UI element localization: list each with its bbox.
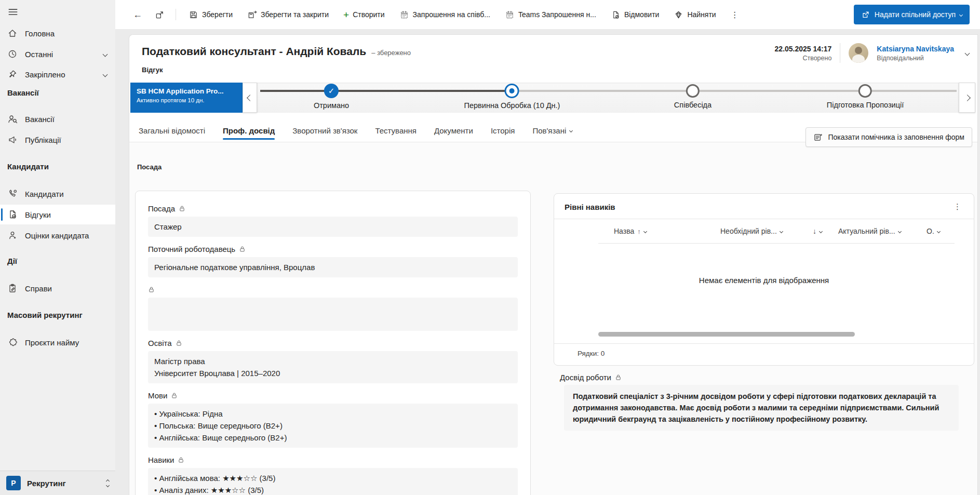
chevron-down-icon xyxy=(569,128,573,132)
sidebar-item-label: Проєкти найму xyxy=(25,338,79,347)
stage-future-icon xyxy=(686,84,700,98)
share-button[interactable]: Надати спільний доступ xyxy=(854,5,970,24)
tab-history[interactable]: Історія xyxy=(491,119,515,142)
grid-divider xyxy=(554,343,974,344)
chevron-down-icon xyxy=(959,12,963,16)
sidebar-item-label: Останні xyxy=(25,50,53,59)
form-fill-assistant-button[interactable]: Показати помічника із заповнення форм xyxy=(806,127,972,147)
save-and-close-label: Зберегти та закрити xyxy=(261,10,329,19)
column-header-arrow[interactable]: ↓ xyxy=(813,227,838,235)
megaphone-icon xyxy=(7,135,18,145)
teams-invite-label: Teams Запрошення н... xyxy=(518,10,596,19)
skill-levels-title: Рівні навиків xyxy=(565,203,615,211)
share-label: Надати спільний доступ xyxy=(875,10,956,19)
business-process-flow: SB HCM Application Pro... Активно протяг… xyxy=(129,83,977,113)
sidebar-item-pinned[interactable]: Закріплено xyxy=(0,64,115,84)
lock-icon xyxy=(239,246,246,252)
popout-icon xyxy=(155,10,165,20)
teams-invite-button[interactable]: Teams Запрошення н... xyxy=(500,5,601,24)
field-value-position[interactable]: Стажер xyxy=(148,217,518,237)
header-divider xyxy=(840,43,840,63)
back-button[interactable]: ← xyxy=(129,6,146,23)
process-prev-button[interactable] xyxy=(243,83,257,113)
stage-current-icon xyxy=(505,84,519,98)
field-value-current-employer[interactable]: Регіональне податкове управління, Вроцла… xyxy=(148,257,518,277)
stage-offer-preparation[interactable]: Підготовка Пропозиції xyxy=(827,83,904,109)
lock-icon xyxy=(148,286,155,293)
grid-divider xyxy=(598,243,955,244)
stage-received[interactable]: ✓ Отримано xyxy=(314,83,349,110)
tab-testing[interactable]: Тестування xyxy=(375,119,417,142)
create-button[interactable]: + Створити xyxy=(338,5,390,24)
sidebar-item-hiring-projects[interactable]: Проєкти найму xyxy=(0,332,115,352)
owner-name-link[interactable]: Katsiaryna Navitskaya xyxy=(877,45,954,53)
lock-icon xyxy=(178,457,184,463)
sidebar-item-cases[interactable]: Справи xyxy=(0,278,115,298)
process-next-button[interactable] xyxy=(959,83,975,113)
hamburger-menu-icon[interactable] xyxy=(7,6,19,20)
stage-initial-processing[interactable]: Первинна Обробка (10 Дн.) xyxy=(464,83,560,110)
save-icon xyxy=(189,10,198,20)
sidebar-item-label: Оцінки кандидата xyxy=(25,231,89,240)
hire-button[interactable]: Найняти xyxy=(668,5,721,24)
area-switcher[interactable]: Р Рекрутинг xyxy=(0,471,115,495)
field-value-unnamed[interactable] xyxy=(148,298,518,331)
hire-label: Найняти xyxy=(687,10,716,19)
sidebar-item-vacancies[interactable]: Вакансії xyxy=(0,109,115,129)
position-section-card: Посада Стажер Поточний роботодавець Регі… xyxy=(135,191,531,495)
save-and-close-button[interactable]: Зберегти та закрити xyxy=(242,5,334,24)
horizontal-scrollbar[interactable] xyxy=(598,332,955,337)
column-header-o[interactable]: О. xyxy=(927,227,974,235)
more-commands-button[interactable]: ⋮ xyxy=(726,10,744,20)
header-collapse-chevron[interactable] xyxy=(965,50,970,56)
sidebar: Головна Останні Закріплено Вакансії Вака… xyxy=(0,0,115,495)
column-header-name[interactable]: Назва ↑ xyxy=(614,227,720,235)
person-star-icon xyxy=(7,230,18,240)
owner-role-label: Відповідальний xyxy=(877,55,954,62)
grid-more-button[interactable]: ⋮ xyxy=(951,202,963,211)
created-datetime: 22.05.2025 14:17 xyxy=(775,45,832,53)
grid-header-row: Назва ↑ Необхідний рів... ↓ xyxy=(554,219,974,243)
saved-status: – збережено xyxy=(371,49,411,57)
tab-related[interactable]: Пов'язані xyxy=(532,119,572,142)
stage-label: Первинна Обробка (10 Дн.) xyxy=(464,101,560,110)
sidebar-item-publications[interactable]: Публікації xyxy=(0,130,115,150)
stage-interview[interactable]: Співбесіда xyxy=(674,83,711,109)
create-label: Створити xyxy=(353,10,384,19)
field-label-education: Освіта xyxy=(148,337,518,349)
column-header-required-level[interactable]: Необхідний рів... xyxy=(720,227,813,235)
popout-button[interactable] xyxy=(151,6,168,23)
save-label: Зберегти xyxy=(202,10,233,19)
scrollbar-thumb[interactable] xyxy=(598,332,855,337)
interview-invite-label: Запрошення на співб... xyxy=(413,10,490,19)
clipboard-pen-icon xyxy=(7,283,18,293)
column-header-actual-level[interactable]: Актуальний рів... xyxy=(838,227,927,235)
process-name-box[interactable]: SB HCM Application Pro... Активно протяг… xyxy=(130,83,243,113)
field-label-work-experience: Досвід роботи xyxy=(560,373,974,382)
reject-label: Відмовити xyxy=(624,10,660,19)
sidebar-item-label: Вакансії xyxy=(25,115,55,124)
save-button[interactable]: Зберегти xyxy=(183,5,238,24)
stage-label: Співбесіда xyxy=(674,101,711,109)
sidebar-item-feedbacks[interactable]: Відгуки xyxy=(0,205,115,224)
field-value-work-experience[interactable]: Податковий спеціаліст з 3-річним досвідо… xyxy=(564,385,959,431)
document-check-icon xyxy=(7,209,18,220)
field-value-education[interactable]: Магістр права Університет Вроцлава | 201… xyxy=(148,351,518,383)
sidebar-item-recent[interactable]: Останні xyxy=(0,44,115,64)
record-card: Податковий консультант - Андрій Коваль –… xyxy=(129,34,978,495)
tab-documents[interactable]: Документи xyxy=(434,119,473,142)
sidebar-item-home[interactable]: Головна xyxy=(0,23,115,43)
chevron-down-icon xyxy=(780,229,783,233)
field-value-languages[interactable]: • Українська: Рідна • Польська: Вище сер… xyxy=(148,404,518,448)
sidebar-item-candidates[interactable]: Кандидати xyxy=(0,184,115,204)
tab-prof-experience[interactable]: Проф. досвід xyxy=(223,119,275,142)
reject-button[interactable]: Відмовити xyxy=(606,5,665,24)
sidebar-item-candidate-assessments[interactable]: Оцінки кандидата xyxy=(0,225,115,245)
grid-empty-state: Немає елементів для відображення xyxy=(554,276,974,285)
tab-general[interactable]: Загальні відомості xyxy=(139,119,205,142)
interview-invite-button[interactable]: Запрошення на співб... xyxy=(394,5,495,24)
tab-feedback[interactable]: Зворотний зв'язок xyxy=(292,119,357,142)
area-label: Рекрутинг xyxy=(27,479,100,488)
main-area: ← Зберегти Зберегти та закрити + Створит… xyxy=(115,0,980,495)
field-value-skills[interactable]: • Англійська мова: ★★★☆☆ (3/5) • Аналіз … xyxy=(148,468,518,495)
